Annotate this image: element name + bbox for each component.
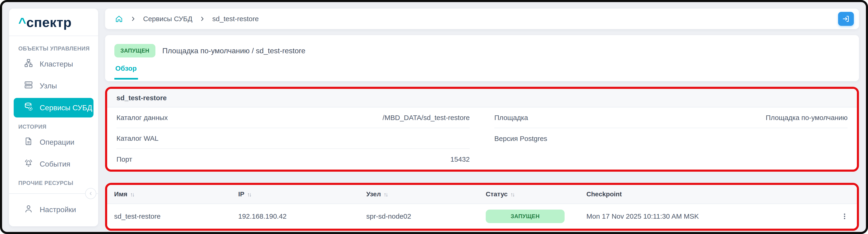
cell-node: spr-sd-node02 xyxy=(366,212,486,220)
sidebar-footer: Настройки xyxy=(9,193,98,226)
cell-ip: 192.168.190.42 xyxy=(238,212,366,220)
field-label: Каталог WAL xyxy=(117,134,158,142)
logo-caret: ^ xyxy=(18,15,26,30)
bell-icon xyxy=(24,158,33,170)
sort-icon[interactable]: ↑↓ xyxy=(510,191,514,198)
column-header-checkpoint: Checkpoint xyxy=(586,190,834,198)
overview-fields: Каталог данных /MBD_DATA/sd_test-restore… xyxy=(107,107,857,170)
logout-button[interactable] xyxy=(838,12,854,26)
table-header: Имя↑↓ IP↑↓ Узел↑↓ Статус↑↓ Checkpoint xyxy=(107,185,857,204)
nav-section-other-resources: ПРОЧИЕ РЕСУРСЫ xyxy=(18,180,93,186)
overview-card-title: sd_test-restore xyxy=(107,89,857,107)
sidebar: ^спектр ОБЪЕКТЫ УПРАВЛЕНИЯ Кластеры xyxy=(9,8,98,226)
instances-table: Имя↑↓ IP↑↓ Узел↑↓ Статус↑↓ Checkpoint sd… xyxy=(105,183,859,231)
field-label: Версия Postgres xyxy=(494,135,547,142)
kebab-icon xyxy=(841,212,848,220)
row-actions-button[interactable] xyxy=(839,211,850,222)
cell-status: ЗАПУЩЕН xyxy=(486,210,586,223)
sidebar-item-events[interactable]: События xyxy=(14,154,93,174)
tabs: Обзор xyxy=(114,64,850,80)
sidebar-nav: ОБЪЕКТЫ УПРАВЛЕНИЯ Кластеры xyxy=(9,36,98,193)
chevron-right-icon xyxy=(130,16,136,22)
cell-name: sd_test-restore xyxy=(114,212,238,220)
nav-section-history: ИСТОРИЯ xyxy=(18,124,93,130)
field-row-wal-dir: Каталог WAL xyxy=(117,128,470,149)
sort-icon[interactable]: ↑↓ xyxy=(130,191,134,198)
app-logo[interactable]: ^спектр xyxy=(9,8,98,36)
sidebar-item-label: Сервисы СУБД xyxy=(40,104,92,112)
clusters-icon xyxy=(24,58,33,70)
breadcrumb-item-db-services[interactable]: Сервисы СУБД xyxy=(143,15,192,23)
column-header-node[interactable]: Узел↑↓ xyxy=(366,190,486,198)
sidebar-item-operations[interactable]: Операции xyxy=(14,132,93,152)
nodes-icon xyxy=(24,80,33,92)
column-header-status[interactable]: Статус↑↓ xyxy=(486,190,586,198)
chevron-right-icon xyxy=(199,16,205,22)
table-row: sd_test-restore 192.168.190.42 spr-sd-no… xyxy=(107,204,857,229)
row-status-badge: ЗАПУЩЕН xyxy=(486,210,565,223)
field-value: 15432 xyxy=(451,155,470,163)
sort-icon[interactable]: ↑↓ xyxy=(247,191,251,198)
nav-section-objects: ОБЪЕКТЫ УПРАВЛЕНИЯ xyxy=(18,45,93,52)
service-header-card: ЗАПУЩЕН Площадка по-умолчанию / sd_test-… xyxy=(105,35,859,81)
sidebar-item-db-services[interactable]: Сервисы СУБД xyxy=(14,98,93,118)
main-content: Сервисы СУБД sd_test-restore ЗАПУЩЕН Пло… xyxy=(105,8,859,231)
field-row-data-dir: Каталог данных /MBD_DATA/sd_test-restore xyxy=(117,107,470,128)
sidebar-item-clusters[interactable]: Кластеры xyxy=(14,54,93,74)
home-icon[interactable] xyxy=(115,15,123,23)
sidebar-collapse-button[interactable] xyxy=(85,188,96,199)
login-arrow-icon xyxy=(842,15,850,23)
field-label: Площадка xyxy=(494,114,528,122)
overview-card: sd_test-restore Каталог данных /MBD_DATA… xyxy=(105,87,859,172)
sidebar-item-settings[interactable]: Настройки xyxy=(14,200,93,219)
person-icon xyxy=(24,204,33,215)
field-label: Каталог данных xyxy=(117,114,168,122)
field-value: Площадка по-умолчанию xyxy=(766,114,847,122)
field-label: Порт xyxy=(117,155,132,163)
tab-overview[interactable]: Обзор xyxy=(114,64,138,80)
sidebar-item-label: Операции xyxy=(40,138,74,147)
service-status-row: ЗАПУЩЕН Площадка по-умолчанию / sd_test-… xyxy=(114,44,850,57)
field-value: /MBD_DATA/sd_test-restore xyxy=(382,114,470,122)
document-icon xyxy=(24,136,33,148)
cell-actions xyxy=(834,211,850,222)
sidebar-item-label: Настройки xyxy=(40,205,76,214)
column-label: Checkpoint xyxy=(586,190,622,198)
field-row-postgres-version: Версия Postgres xyxy=(494,128,847,149)
sidebar-item-label: События xyxy=(40,160,70,168)
status-badge: ЗАПУЩЕН xyxy=(114,44,155,57)
column-header-ip[interactable]: IP↑↓ xyxy=(238,190,366,198)
field-row-site: Площадка Площадка по-умолчанию xyxy=(494,107,847,128)
overview-fields-right: Площадка Площадка по-умолчанию Версия Po… xyxy=(494,107,847,170)
page-title: Площадка по-умолчанию / sd_test-restore xyxy=(162,47,306,55)
column-label: IP xyxy=(238,190,244,198)
field-row-port: Порт 15432 xyxy=(117,149,470,170)
column-header-name[interactable]: Имя↑↓ xyxy=(114,190,238,198)
sidebar-item-label: Кластеры xyxy=(40,60,73,69)
cell-checkpoint: Mon 17 Nov 2025 10:11:30 AM MSK xyxy=(586,212,834,220)
column-label: Узел xyxy=(366,190,381,198)
breadcrumb: Сервисы СУБД sd_test-restore xyxy=(105,8,859,29)
overview-fields-left: Каталог данных /MBD_DATA/sd_test-restore… xyxy=(117,107,470,170)
column-label: Статус xyxy=(486,190,507,198)
sidebar-item-spectr-status[interactable]: Статус Спектра xyxy=(14,189,93,193)
column-label: Имя xyxy=(114,190,127,198)
db-services-icon xyxy=(24,102,33,113)
sidebar-item-nodes[interactable]: Узлы xyxy=(14,76,93,96)
sort-icon[interactable]: ↑↓ xyxy=(384,191,388,198)
logo-text: спектр xyxy=(26,15,71,30)
app-window: ^спектр ОБЪЕКТЫ УПРАВЛЕНИЯ Кластеры xyxy=(0,0,868,234)
breadcrumb-item-current: sd_test-restore xyxy=(212,15,259,23)
sidebar-item-label: Узлы xyxy=(40,82,57,90)
